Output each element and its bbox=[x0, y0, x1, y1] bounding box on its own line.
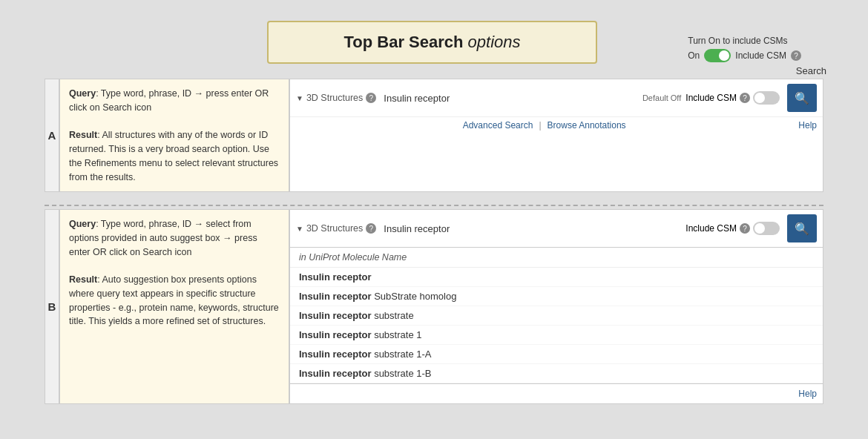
browse-annotations-link[interactable]: Browse Annotations bbox=[548, 120, 626, 131]
autocomplete-bold: Insulin receptor bbox=[299, 291, 372, 302]
section-b-row: B Query: Type word, phrase, ID → select … bbox=[45, 209, 823, 404]
toggle-knob bbox=[719, 50, 729, 61]
section-a-help-link[interactable]: Help bbox=[798, 120, 823, 131]
section-a-links-help-row: Advanced Search | Browse Annotations Hel… bbox=[290, 117, 823, 133]
autocomplete-item[interactable]: Insulin receptor substrate 1-A bbox=[290, 345, 823, 364]
section-b-structures-help-icon[interactable]: ? bbox=[366, 223, 376, 234]
section-b-help-link[interactable]: Help bbox=[289, 384, 823, 404]
autocomplete-item[interactable]: Insulin receptor substrate bbox=[290, 306, 823, 326]
title-italic: options bbox=[468, 33, 521, 51]
section-b-label: B bbox=[45, 209, 59, 404]
autocomplete-rest: substrate 1-B bbox=[372, 368, 432, 379]
csm-top-row: On Include CSM ? bbox=[688, 49, 801, 62]
section-b-description: Query: Type word, phrase, ID → select fr… bbox=[59, 209, 289, 404]
autocomplete-items-container: Insulin receptorInsulin receptor SubStra… bbox=[290, 268, 823, 383]
csm-top-label: Turn On to include CSMs bbox=[688, 36, 787, 46]
dropdown-arrow-icon: ▼ bbox=[296, 94, 303, 102]
structures-label: 3D Structures bbox=[306, 93, 363, 103]
section-b-search-input[interactable] bbox=[381, 220, 681, 237]
on-label: On bbox=[688, 50, 700, 61]
autocomplete-rest: substrate 1-A bbox=[372, 349, 432, 360]
section-a-row: A Query: Type word, phrase, ID → press e… bbox=[45, 79, 823, 192]
dropdown-arrow-b-icon: ▼ bbox=[296, 225, 303, 233]
section-b-search-bar-row: ▼ 3D Structures ? Include CSM ? 🔍 bbox=[289, 209, 823, 248]
section-a-csm-toggle[interactable] bbox=[753, 91, 780, 105]
autocomplete-rest: substrate 1 bbox=[372, 329, 422, 340]
section-a-query-desc: : Type word, phrase, ID → press enter OR… bbox=[69, 88, 269, 113]
section-b-query-label: Query bbox=[69, 219, 96, 229]
section-a-query-label: Query bbox=[69, 88, 96, 99]
section-b-structures-label: 3D Structures bbox=[306, 223, 363, 234]
toggle-knob-b bbox=[754, 223, 765, 234]
section-a-search-bar-row: ▼ 3D Structures ? Default Off Include CS… bbox=[290, 79, 823, 117]
section-a-search-bar: ▼ 3D Structures ? Default Off Include CS… bbox=[289, 79, 823, 192]
main-container: Top Bar Search options Turn On to includ… bbox=[0, 0, 868, 439]
section-b-csm-label: Include CSM bbox=[685, 223, 737, 234]
search-label: Search bbox=[796, 65, 826, 76]
section-a-result-label: Result bbox=[69, 130, 97, 140]
section-a-search-input[interactable] bbox=[381, 90, 638, 107]
section-b-search-area: ▼ 3D Structures ? Include CSM ? 🔍 bbox=[289, 209, 823, 404]
section-a-structures-dropdown[interactable]: ▼ 3D Structures ? bbox=[296, 93, 376, 103]
section-b-query-desc: : Type word, phrase, ID → select from op… bbox=[69, 219, 257, 257]
autocomplete-dropdown: in UniProt Molecule Name Insulin recepto… bbox=[289, 248, 823, 384]
section-a-description: Query: Type word, phrase, ID → press ent… bbox=[59, 79, 289, 192]
autocomplete-rest: substrate bbox=[372, 310, 414, 321]
title-box: Top Bar Search options bbox=[267, 21, 597, 64]
autocomplete-bold: Insulin receptor bbox=[299, 349, 372, 360]
section-a-csm-label: Include CSM bbox=[685, 93, 737, 103]
structures-help-icon[interactable]: ? bbox=[366, 93, 376, 103]
section-a-search-button[interactable]: 🔍 bbox=[787, 84, 817, 112]
section-a-include-csm: Include CSM ? bbox=[685, 91, 780, 105]
section-a-links-row: Advanced Search | Browse Annotations bbox=[290, 117, 798, 133]
autocomplete-bold: Insulin receptor bbox=[299, 271, 372, 283]
section-b-structures-dropdown[interactable]: ▼ 3D Structures ? bbox=[296, 223, 376, 234]
dashed-separator bbox=[45, 205, 823, 206]
section-b: B Query: Type word, phrase, ID → select … bbox=[45, 209, 823, 404]
autocomplete-header: in UniProt Molecule Name bbox=[290, 248, 823, 268]
section-b-csm-help-icon[interactable]: ? bbox=[740, 223, 750, 234]
advanced-search-link[interactable]: Advanced Search bbox=[463, 120, 533, 131]
csm-top-toggle[interactable] bbox=[704, 49, 731, 62]
section-a-csm-help-icon[interactable]: ? bbox=[740, 93, 750, 103]
section-b-result-desc: : Auto suggestion box presents options w… bbox=[69, 274, 279, 326]
autocomplete-bold: Insulin receptor bbox=[299, 368, 372, 379]
section-b-search-button[interactable]: 🔍 bbox=[787, 214, 817, 242]
section-a: A Query: Type word, phrase, ID → press e… bbox=[45, 79, 823, 192]
section-b-result-label: Result bbox=[69, 274, 97, 285]
csm-help-icon[interactable]: ? bbox=[791, 50, 801, 61]
include-csm-label: Include CSM bbox=[735, 50, 786, 61]
autocomplete-item[interactable]: Insulin receptor SubStrate homolog bbox=[290, 287, 823, 306]
section-b-include-csm: Include CSM ? bbox=[685, 222, 780, 235]
section-a-label: A bbox=[45, 79, 59, 192]
autocomplete-item[interactable]: Insulin receptor substrate 1-B bbox=[290, 364, 823, 383]
title-bold: Top Bar Search bbox=[343, 33, 463, 51]
default-off-label: Default Off bbox=[642, 93, 681, 102]
csm-top-right: Turn On to include CSMs On Include CSM ? bbox=[688, 36, 801, 62]
autocomplete-bold: Insulin receptor bbox=[299, 329, 372, 340]
autocomplete-rest: SubStrate homolog bbox=[372, 291, 457, 302]
autocomplete-item[interactable]: Insulin receptor substrate 1 bbox=[290, 326, 823, 345]
autocomplete-item[interactable]: Insulin receptor bbox=[290, 268, 823, 287]
autocomplete-bold: Insulin receptor bbox=[299, 310, 372, 321]
toggle-knob-a bbox=[754, 93, 765, 103]
section-b-csm-toggle[interactable] bbox=[753, 222, 780, 235]
section-a-result-desc: : All structures with any of the words o… bbox=[69, 130, 278, 182]
